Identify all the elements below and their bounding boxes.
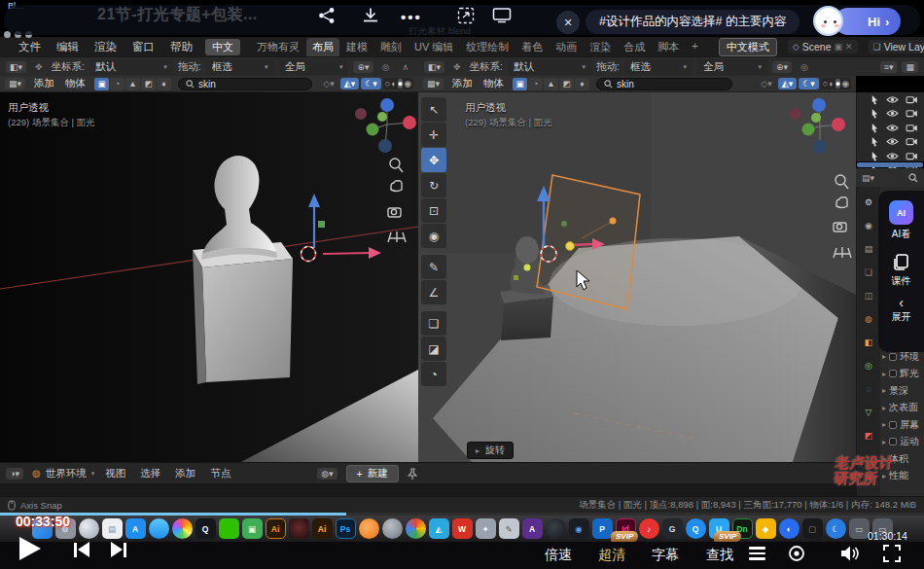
viewport-right-canvas[interactable] <box>418 92 856 462</box>
tool-button[interactable]: ❏ <box>421 311 446 336</box>
viewlayer-selector[interactable]: ❏ View Layer ▣✕ <box>869 40 924 53</box>
workspace-tab[interactable]: 渲染 <box>584 38 617 56</box>
dock-app-icon[interactable]: ◭ <box>429 518 449 539</box>
mode-icon[interactable]: ◩ <box>141 78 156 90</box>
camera-visibility-icon[interactable] <box>906 152 918 160</box>
fullscreen-icon[interactable] <box>883 545 901 562</box>
camera-visibility-icon[interactable] <box>906 109 918 118</box>
viewport-left-canvas[interactable] <box>0 92 418 462</box>
shader-editor-body[interactable] <box>0 483 856 496</box>
dock-app-icon[interactable] <box>359 518 379 539</box>
dock-app-icon[interactable]: ☾ <box>826 518 846 539</box>
workspace-tab[interactable]: 布局 <box>306 38 339 56</box>
properties-panel-row[interactable]: ▸ 运动 <box>882 434 924 451</box>
eye-icon[interactable] <box>886 124 899 132</box>
properties-tab-icon[interactable]: ◩ <box>862 428 876 443</box>
falloff-icon[interactable]: ◧▾ <box>424 61 444 73</box>
workspace-tab[interactable]: 脚本 <box>652 38 685 56</box>
properties-tab-icon[interactable]: ◌ <box>862 381 876 396</box>
new-material-button[interactable]: + 新建 <box>346 465 399 482</box>
close-icon[interactable]: ✕ <box>556 11 580 34</box>
tool-button[interactable]: ◪ <box>421 337 446 361</box>
shading-context[interactable]: ◍ 世界环境 ▾ <box>32 467 94 480</box>
courseware-label[interactable]: 课件 <box>892 274 911 288</box>
mode-icon[interactable]: ▲ <box>125 78 140 90</box>
scene-selector[interactable]: ◇ Scene ▣✕ <box>788 40 858 53</box>
outliner-row[interactable] <box>857 92 924 107</box>
mode-icon[interactable]: ♦ <box>575 78 589 90</box>
dock-app-icon[interactable]: ▭ <box>849 518 870 539</box>
list-icon[interactable]: ▤▾ <box>862 173 874 183</box>
dock-app-icon[interactable] <box>149 518 169 539</box>
visibility-icon[interactable]: ◇▾ <box>319 78 338 89</box>
dock-app-icon[interactable]: ◆ <box>756 518 776 539</box>
drag-dropdown[interactable]: 框选▾ <box>206 59 274 75</box>
cast-icon[interactable] <box>492 7 512 23</box>
more-icon[interactable]: ••• <box>401 9 422 25</box>
orientation-dropdown[interactable]: 全局▾ <box>279 59 349 75</box>
properties-panel-row[interactable]: ▸ 屏幕 <box>882 416 924 434</box>
download-icon[interactable] <box>362 7 379 24</box>
dock-app-icon[interactable]: W <box>452 518 473 539</box>
screenshot-icon[interactable] <box>457 7 475 24</box>
world-data-icon[interactable]: ◍▾ <box>317 468 337 480</box>
mode-icon[interactable]: ▲ <box>544 78 558 90</box>
properties-tab-icon[interactable]: ◍ <box>862 311 876 326</box>
dock-app-icon[interactable]: ▢ <box>802 518 823 539</box>
eye-icon[interactable] <box>886 137 899 146</box>
dock-app-icon[interactable]: ◐ <box>779 518 800 539</box>
mode-icon[interactable]: ♦ <box>157 78 171 90</box>
volume-icon[interactable] <box>840 545 860 562</box>
ai-watch-icon[interactable]: AI <box>889 200 913 225</box>
tool-button[interactable]: ↻ <box>421 173 446 197</box>
menu-item[interactable]: 节点 <box>208 466 232 481</box>
object-menu[interactable]: 物体 <box>63 76 88 91</box>
add-menu[interactable]: 添加 <box>450 76 475 91</box>
camera-visibility-icon[interactable] <box>906 124 918 132</box>
assistant-pill[interactable]: Hi › <box>835 8 901 35</box>
workspace-tab[interactable]: 着色 <box>515 38 549 56</box>
eye-icon[interactable] <box>886 95 899 104</box>
outliner-row[interactable] <box>857 135 924 150</box>
editor-type-icon[interactable]: ▦▾ <box>423 78 444 89</box>
tool-button[interactable]: ↖ <box>421 97 446 122</box>
transform-pivot-dropdown[interactable]: 默认▾ <box>89 59 173 75</box>
language-mode-button[interactable]: 中文模式 <box>719 38 777 56</box>
quality-button[interactable]: 超清 <box>598 547 625 564</box>
camera-visibility-icon[interactable] <box>906 137 918 146</box>
dock-app-icon[interactable]: Ai <box>312 518 333 539</box>
courseware-icon[interactable] <box>892 253 910 271</box>
properties-tab-icon[interactable]: ▤ <box>862 241 876 256</box>
dock-app-icon[interactable]: G <box>662 518 683 539</box>
display-mode-icon[interactable]: ≡▾ <box>880 61 898 73</box>
dock-app-icon[interactable]: A <box>125 518 146 539</box>
tool-button[interactable]: ✎ <box>421 255 446 279</box>
editor-type-icon[interactable]: ▦▾ <box>5 78 25 89</box>
menu-item[interactable]: 编辑 <box>54 39 81 55</box>
checkbox-icon[interactable] <box>889 370 897 377</box>
dock-app-icon[interactable] <box>406 518 426 539</box>
workspace-tab[interactable]: 建模 <box>340 38 373 56</box>
menu-item[interactable]: 渲染 <box>92 39 119 55</box>
viewport-shading-icons[interactable]: ○◐●◉ <box>821 78 851 89</box>
snap-icon[interactable]: ⊕▾ <box>772 61 792 73</box>
search-input[interactable]: skin <box>596 78 732 90</box>
playlist-icon[interactable] <box>749 547 765 560</box>
dock-app-icon[interactable] <box>546 518 566 539</box>
mode-object-icon[interactable]: ▣ <box>513 78 527 90</box>
proportional-icon[interactable]: ◎ <box>797 61 812 73</box>
properties-tab-icon[interactable]: ◧ <box>862 335 876 349</box>
close-icon[interactable]: ✕ <box>845 42 853 52</box>
render-preview-icon[interactable]: ◭▾ <box>340 78 359 89</box>
proportional-icon[interactable]: ◎ <box>378 61 394 73</box>
subtitles-button[interactable]: 字幕 <box>652 547 679 564</box>
menu-item[interactable]: 添加 <box>173 466 197 481</box>
visibility-icon[interactable]: ◇▾ <box>757 78 775 89</box>
viewport-shading-icons[interactable]: ○◐●◉ <box>383 78 413 89</box>
ai-watch-label[interactable]: AI看 <box>892 228 910 241</box>
next-episode-button[interactable] <box>111 542 126 557</box>
workspace-tab[interactable]: UV 编辑 <box>409 38 459 56</box>
expand-label[interactable]: 展开 <box>892 310 911 324</box>
operator-panel[interactable]: ▸ 旋转 <box>467 442 514 459</box>
tool-button[interactable]: ⊡ <box>421 198 446 223</box>
